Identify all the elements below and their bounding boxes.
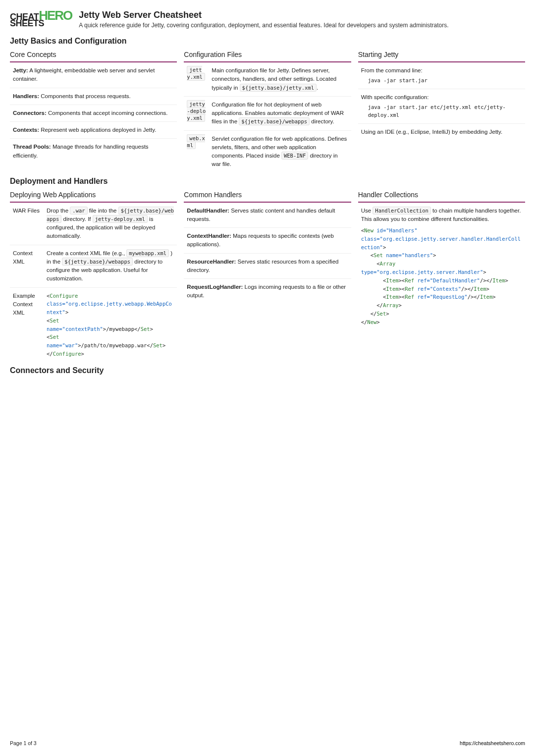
table-row: Example Context XML <Configure class="or… <box>10 288 177 362</box>
code-line: java -jar start.jar <box>361 77 522 85</box>
card-title: Starting Jetty <box>358 51 525 58</box>
list-item: With specific configuration: java -jar s… <box>358 89 525 124</box>
footer-link[interactable]: https://cheatsheetshero.com <box>460 740 525 746</box>
page-subtitle: A quick reference guide for Jetty, cover… <box>79 22 448 29</box>
list-item: ResourceHandler: Serves static resources… <box>184 254 351 279</box>
list-item: DefaultHandler: Serves static content an… <box>184 203 351 228</box>
card-title: Configuration Files <box>184 51 351 58</box>
config-key: web.xml <box>187 134 205 149</box>
card-common-handlers: Common Handlers DefaultHandler: Serves s… <box>184 191 351 362</box>
list-item: Using an IDE (e.g., Eclipse, IntelliJ) b… <box>358 124 525 140</box>
table-row: web.xml Servlet configuration file for w… <box>184 131 351 173</box>
list-item: Jetty: A lightweight, embeddable web ser… <box>10 62 177 88</box>
list-item: RequestLogHandler: Logs incoming request… <box>184 279 351 304</box>
list-item: Use HandlerCollection to chain multiple … <box>358 203 525 330</box>
code-block: <New id="Handlers" class="org.eclipse.je… <box>361 226 522 326</box>
section-heading: Deployment and Handlers <box>10 177 525 186</box>
list-item: Connectors: Components that accept incom… <box>10 105 177 122</box>
card-deploying: Deploying Web Applications WAR Files Dro… <box>10 191 177 362</box>
list-item: From the command line: java -jar start.j… <box>358 62 525 89</box>
card-handler-collections: Handler Collections Use HandlerCollectio… <box>358 191 525 362</box>
list-item: Thread Pools: Manage threads for handlin… <box>10 139 177 164</box>
table-row: Context XML Create a context XML file (e… <box>10 245 177 288</box>
config-key: jetty-deploy.xml <box>187 100 206 122</box>
card-core-concepts: Core Concepts Jetty: A lightweight, embe… <box>10 51 177 173</box>
card-title: Core Concepts <box>10 51 177 58</box>
section-heading: Jetty Basics and Configuration <box>10 37 525 46</box>
list-item: Contexts: Represent web applications dep… <box>10 122 177 139</box>
logo: CHEATHERO SHEETS <box>10 10 72 28</box>
page-footer: Page 1 of 3 https://cheatsheetshero.com <box>10 740 525 746</box>
card-title: Common Handlers <box>184 191 351 199</box>
card-starting-jetty: Starting Jetty From the command line: ja… <box>358 51 525 173</box>
table-row: WAR Files Drop the .war file into the ${… <box>10 203 177 245</box>
page-title: Jetty Web Server Cheatsheet <box>79 10 448 20</box>
list-item: ContextHandler: Maps requests to specifi… <box>184 228 351 254</box>
page-number: Page 1 of 3 <box>10 740 37 746</box>
section-heading: Connectors and Security <box>10 366 525 375</box>
card-config-files: Configuration Files jetty.xml Main confi… <box>184 51 351 173</box>
card-title: Deploying Web Applications <box>10 191 177 199</box>
list-item: Handlers: Components that process reques… <box>10 88 177 105</box>
title-block: Jetty Web Server Cheatsheet A quick refe… <box>79 10 448 29</box>
page-header: CHEATHERO SHEETS Jetty Web Server Cheats… <box>10 10 525 29</box>
table-row: jetty.xml Main configuration file for Je… <box>184 62 351 97</box>
table-row: jetty-deploy.xml Configuration file for … <box>184 97 351 131</box>
code-line: java -jar start.jar etc/jetty.xml etc/je… <box>361 104 522 119</box>
card-title: Handler Collections <box>358 191 525 199</box>
code-block: <Configure class="org.eclipse.jetty.weba… <box>47 292 174 358</box>
config-key: jetty.xml <box>187 66 205 81</box>
